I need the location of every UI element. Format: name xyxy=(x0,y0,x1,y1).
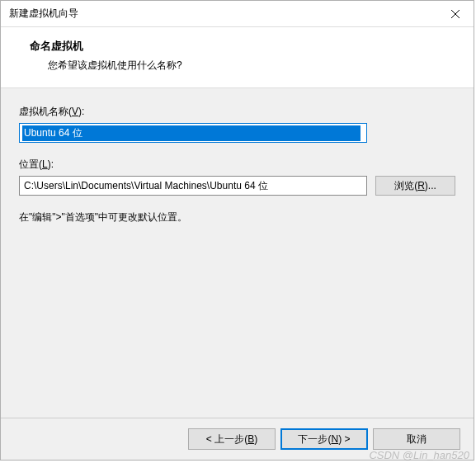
header-title: 命名虚拟机 xyxy=(30,39,457,54)
vm-name-value: Ubuntu 64 位 xyxy=(22,125,361,141)
close-icon xyxy=(451,10,460,18)
header-section: 命名虚拟机 您希望该虚拟机使用什么名称? xyxy=(1,27,474,88)
back-button[interactable]: < 上一步(B) xyxy=(188,428,276,450)
location-input[interactable] xyxy=(19,176,367,196)
header-subtitle: 您希望该虚拟机使用什么名称? xyxy=(48,59,457,73)
next-button[interactable]: 下一步(N) > xyxy=(280,428,368,450)
hint-text: 在"编辑">"首选项"中可更改默认位置。 xyxy=(19,210,455,224)
location-label: 位置(L): xyxy=(19,158,455,172)
content-area: 虚拟机名称(V): Ubuntu 64 位 位置(L): 浏览(R)... 在"… xyxy=(1,88,474,418)
wizard-dialog: 新建虚拟机向导 命名虚拟机 您希望该虚拟机使用什么名称? 虚拟机名称(V): U… xyxy=(0,0,474,461)
vm-name-input[interactable]: Ubuntu 64 位 xyxy=(19,123,367,143)
footer: < 上一步(B) 下一步(N) > 取消 xyxy=(1,418,474,460)
location-row: 浏览(R)... xyxy=(19,176,455,196)
titlebar: 新建虚拟机向导 xyxy=(1,1,474,27)
close-button[interactable] xyxy=(436,1,474,27)
vm-name-label: 虚拟机名称(V): xyxy=(19,105,455,119)
cancel-button[interactable]: 取消 xyxy=(373,428,460,450)
location-group: 位置(L): 浏览(R)... xyxy=(19,158,455,196)
browse-button[interactable]: 浏览(R)... xyxy=(375,176,455,196)
vm-name-group: 虚拟机名称(V): Ubuntu 64 位 xyxy=(19,105,455,143)
window-title: 新建虚拟机向导 xyxy=(9,7,78,21)
